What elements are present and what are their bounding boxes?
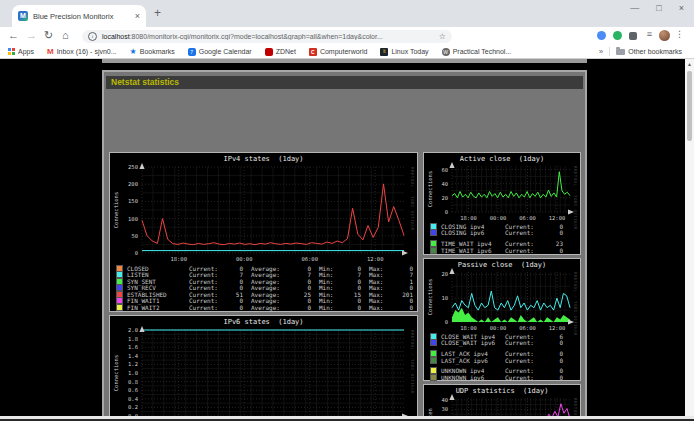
y-tick-label: 0 — [110, 250, 138, 256]
window-close-icon[interactable]: × — [679, 3, 684, 13]
legend-row: FIN_WAIT2Current:0Average:0Min:0Max:0 — [116, 304, 415, 311]
y-tick-label: 0 — [424, 209, 448, 215]
chart-passive-close[interactable]: Passive close (1day)Connections0102018:0… — [423, 258, 581, 381]
browser-tab[interactable]: M Blue Precision Monitorix × — [12, 5, 146, 27]
bookmark-apps[interactable]: Apps — [8, 48, 34, 55]
scrollbar-thumb[interactable] — [687, 71, 692, 141]
chart-active-close[interactable]: Active close (1day)Connections020406018:… — [423, 152, 581, 255]
x-tick-label: 12:00 — [549, 215, 566, 221]
bookmarks-bar: Apps MInbox (16) - sjvn0... ★Bookmarks 7… — [0, 45, 694, 59]
bookmark-practical-technology[interactable]: WPractical Technol... — [442, 48, 512, 56]
bookmarks-divider — [609, 47, 610, 56]
bookmark-inbox[interactable]: MInbox (16) - sjvn0... — [47, 47, 117, 56]
home-icon[interactable]: ⌂ — [62, 29, 69, 41]
chart-ipv6-states[interactable]: IPv6 states (1day)Connections0.00.20.40.… — [109, 315, 418, 421]
chart-ipv4-states[interactable]: IPv4 states (1day)Connections05010015020… — [109, 152, 418, 312]
x-tick-label: 18:00 — [460, 325, 477, 331]
y-tick-label: 10 — [424, 295, 448, 301]
browser-window: M Blue Precision Monitorix × + — □ × ← →… — [0, 0, 694, 421]
x-tick-label: 06:00 — [301, 256, 318, 262]
plot-area — [452, 166, 570, 212]
folder-icon — [616, 49, 625, 55]
legend-label: TIME_WAIT ipv6 — [441, 247, 505, 254]
legend-row: LAST_ACK ipv6Current:0 — [430, 357, 578, 364]
y-tick-label: 0 — [424, 319, 448, 325]
legend-row: CLOSING ipv6Current:0 — [430, 230, 578, 237]
graph-title: IPv4 states (1day) — [110, 155, 417, 163]
bookmark-bookmarks[interactable]: ★Bookmarks — [130, 47, 175, 56]
y-tick-label: 30 — [424, 406, 448, 412]
legend-stat-value: 0 — [545, 229, 563, 236]
bookmark-google-calendar[interactable]: 7Google Calendar — [188, 48, 252, 56]
back-icon[interactable]: ← — [8, 29, 19, 41]
plot-area — [142, 167, 404, 253]
forward-icon: → — [26, 29, 37, 41]
x-tick-label: 00:00 — [490, 325, 507, 331]
x-tick-label: 06:00 — [519, 215, 536, 221]
window-maximize-icon[interactable]: □ — [656, 3, 661, 13]
x-tick-label: 12:00 — [549, 325, 566, 331]
y-tick-label: 0.6 — [110, 387, 138, 393]
linux-today-icon: lt — [380, 48, 388, 56]
calendar-icon: 7 — [188, 48, 196, 56]
new-tab-button[interactable]: + — [154, 6, 161, 20]
rrdtool-watermark: RRDTOOL / TOBI OETIKER — [573, 272, 578, 336]
page-info-icon[interactable]: i — [88, 32, 97, 41]
bookmarks-overflow-icon[interactable]: » — [599, 47, 603, 56]
legend-stat-value: 0 — [545, 339, 563, 346]
legend-stat-key: Current: — [505, 229, 545, 236]
apps-grid-icon — [8, 48, 15, 55]
y-tick-label: 0.4 — [110, 396, 138, 402]
tab-title: Blue Precision Monitorix — [33, 12, 131, 21]
monitorix-favicon: M — [18, 11, 28, 21]
legend-stat-value: 0 — [393, 304, 413, 311]
y-tick-label: 50 — [110, 233, 138, 239]
scroll-up-icon[interactable]: ▲ — [685, 61, 694, 67]
profile-avatar[interactable] — [659, 30, 670, 41]
legend-stat-key: Max: — [369, 304, 393, 311]
y-tick-label: 0.8 — [110, 379, 138, 385]
legend-stat-key: Current: — [505, 339, 545, 346]
x-tick-label: 18:00 — [460, 215, 477, 221]
reading-list-icon[interactable]: ≡ — [647, 29, 652, 39]
y-tick-label: 200 — [110, 181, 138, 187]
y-tick-label: 20 — [424, 271, 448, 277]
extensions-puzzle-icon[interactable] — [629, 32, 637, 40]
extension-blue-icon[interactable] — [597, 31, 606, 40]
legend-stat-value: 0 — [291, 304, 311, 311]
previous-section-edge — [102, 59, 587, 63]
legend-row: UNKNOWN ipv6Current:0 — [430, 374, 578, 381]
tab-close-icon[interactable]: × — [135, 11, 140, 21]
page-scrollbar[interactable]: ▲ — [685, 59, 694, 421]
legend-row: CLOSE_WAIT ipv6Current:0 — [430, 340, 578, 347]
rrdtool-watermark: RRDTOOL / TOBI OETIKER — [410, 330, 415, 394]
bookmark-linux-today[interactable]: ltLinux Today — [380, 48, 428, 56]
y-tick-label: 40 — [424, 397, 448, 403]
x-tick-label: 00:00 — [490, 215, 507, 221]
bookmark-computerworld[interactable]: CComputerworld — [309, 48, 367, 56]
plot-area — [142, 330, 404, 416]
y-axis-label: Connections — [113, 192, 119, 228]
extension-green-icon[interactable] — [613, 31, 622, 40]
graph-title: UDP statistics (1day) — [424, 387, 580, 395]
bookmark-zdnet[interactable]: ZDNet — [265, 48, 296, 56]
address-bar[interactable]: i localhost:8080/monitorix-cgi/monitorix… — [82, 30, 452, 43]
y-tick-label: 250 — [110, 164, 138, 170]
legend-label: LAST_ACK ipv6 — [441, 357, 505, 364]
legend-color-swatch — [430, 357, 437, 364]
graph-title: Active close (1day) — [424, 155, 580, 163]
reload-icon[interactable]: ↻ — [44, 29, 53, 42]
browser-menu-icon[interactable]: ⋮ — [675, 29, 684, 39]
legend-label: CLOSE_WAIT ipv6 — [441, 339, 505, 346]
bookmark-star-icon[interactable]: ☆ — [439, 32, 446, 41]
wordpress-icon: W — [442, 48, 450, 56]
window-minimize-icon[interactable]: — — [630, 3, 639, 13]
x-tick-label: 18:00 — [170, 256, 187, 262]
graph-legend: CLOSEDCurrent:0Average:0Min:0Max:0LISTEN… — [116, 265, 415, 311]
legend-stat-key: Current: — [189, 304, 223, 311]
y-tick-label: 20 — [424, 195, 448, 201]
other-bookmarks-button[interactable]: Other bookmarks — [616, 48, 682, 55]
legend-label: FIN_WAIT2 — [127, 304, 189, 311]
y-tick-label: 2.0 — [110, 327, 138, 333]
star-icon: ★ — [130, 47, 137, 56]
